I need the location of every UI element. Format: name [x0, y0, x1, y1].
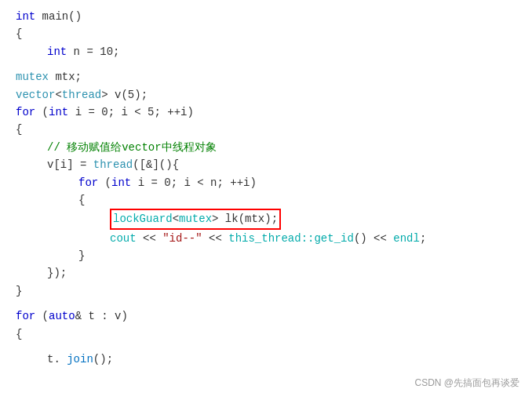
- code-line: {: [8, 191, 532, 209]
- token: vector: [16, 86, 55, 104]
- token: join: [67, 351, 93, 368]
- code-line: int main(): [8, 8, 532, 25]
- token: mtx;: [49, 68, 82, 85]
- code-line: [8, 60, 532, 68]
- token: & t : v): [75, 307, 128, 325]
- code-line: }: [8, 282, 532, 300]
- token: mutex: [16, 68, 49, 85]
- token: > v(5);: [101, 86, 148, 104]
- token: auto: [49, 307, 75, 325]
- token: v[i] =: [47, 156, 93, 173]
- token: t.: [47, 351, 67, 368]
- token: });: [47, 264, 67, 282]
- token: i = 0; i < n; ++i): [131, 174, 257, 191]
- token: n = 10;: [67, 43, 119, 60]
- code-line: cout << "id--" << this_thread::get_id() …: [8, 230, 532, 247]
- token: <<: [137, 230, 163, 247]
- token: {: [16, 25, 22, 42]
- code-line: mutex mtx;: [8, 68, 532, 85]
- code-line: for (int i = 0; i < 5; ++i): [8, 104, 532, 121]
- token: (: [35, 307, 49, 325]
- token: {: [16, 325, 22, 343]
- token: int: [47, 43, 67, 60]
- token: {: [78, 191, 85, 209]
- token: () <<: [354, 230, 393, 247]
- token: for: [16, 307, 35, 325]
- code-line: {: [8, 325, 532, 343]
- token: ([&](){: [133, 156, 179, 173]
- code-line: [8, 300, 532, 307]
- code-line: {: [8, 121, 532, 138]
- token: {: [16, 121, 22, 138]
- code-line: for (int i = 0; i < n; ++i): [8, 174, 532, 191]
- code-line: });: [8, 264, 532, 282]
- code-line: v[i] = thread([&](){: [8, 156, 532, 173]
- token: ();: [93, 351, 113, 368]
- token: lockGuard: [113, 213, 173, 225]
- code-line: vector<thread> v(5);: [8, 86, 532, 104]
- token: "id--": [162, 230, 202, 247]
- token: endl: [393, 230, 420, 247]
- token: thread: [62, 86, 101, 104]
- token: for: [16, 104, 35, 121]
- token: thread: [93, 156, 133, 173]
- highlighted-line: lockGuard<mutex> lk(mtx);: [110, 209, 281, 229]
- token: }: [78, 247, 85, 264]
- code-line: for (auto& t : v): [8, 307, 532, 325]
- token: <<: [202, 230, 229, 247]
- token: i = 0; i < 5; ++i): [68, 104, 194, 121]
- token: (: [35, 104, 49, 121]
- token: int: [49, 104, 68, 121]
- token: ;: [420, 230, 426, 247]
- token: // 移动赋值给vector中线程对象: [47, 139, 217, 156]
- code-container: int main(){int n = 10;mutex mtx;vector<t…: [0, 0, 532, 400]
- token: lk(mtx);: [218, 213, 278, 225]
- token: this_thread::get_id: [228, 230, 354, 247]
- token: }: [16, 282, 22, 300]
- code-line: lockGuard<mutex> lk(mtx);: [8, 209, 532, 229]
- code-line: t. join();: [8, 351, 532, 368]
- token: int: [111, 174, 131, 191]
- token: <: [173, 213, 179, 225]
- code-line: [8, 343, 532, 351]
- code-lines: int main(){int n = 10;mutex mtx;vector<t…: [8, 8, 532, 368]
- token: (: [98, 174, 111, 191]
- token: cout: [110, 230, 137, 247]
- token: int: [16, 8, 35, 25]
- token: main(): [35, 8, 82, 25]
- code-line: int n = 10;: [8, 43, 532, 60]
- watermark: CSDN @先搞面包再谈爱: [414, 376, 519, 391]
- code-line: // 移动赋值给vector中线程对象: [8, 139, 532, 156]
- token: <: [55, 86, 61, 104]
- code-line: {: [8, 25, 532, 42]
- code-line: }: [8, 247, 532, 264]
- token: for: [78, 174, 98, 191]
- token: mutex: [179, 213, 212, 225]
